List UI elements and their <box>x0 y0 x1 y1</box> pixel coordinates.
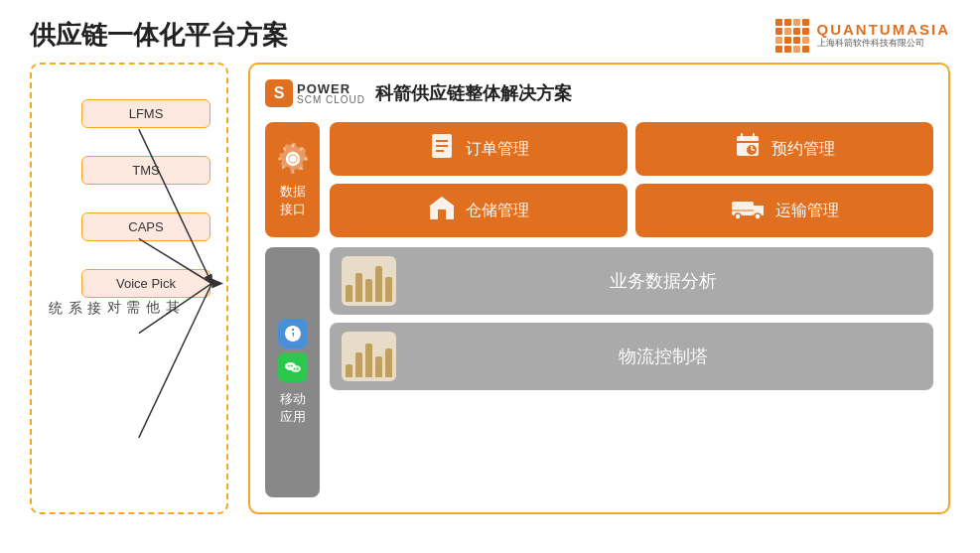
scm-power-label: POWER <box>297 82 365 95</box>
module-transport[interactable]: 运输管理 <box>635 184 933 237</box>
scm-title: 科箭供应链整体解决方案 <box>375 81 572 105</box>
svg-marker-4 <box>211 278 223 288</box>
data-interface-text: 数据接口 <box>280 183 306 218</box>
svg-point-21 <box>735 213 741 219</box>
module-analytics[interactable]: 业务数据分析 <box>330 247 933 315</box>
bar-chart-mini-2 <box>342 332 396 381</box>
gear-icon <box>275 141 311 177</box>
module-transport-label: 运输管理 <box>775 201 839 221</box>
svg-point-29 <box>293 368 295 370</box>
analytics-label: 业务数据分析 <box>404 269 921 293</box>
booking-icon <box>734 132 762 166</box>
app-icons: A <box>278 319 308 382</box>
logistics-thumbnail <box>342 332 396 381</box>
logo-text: QUANTUMASIA 上海科箭软件科技有限公司 <box>817 22 951 48</box>
logistics-label: 物流控制塔 <box>404 345 921 368</box>
svg-text:A: A <box>287 330 294 341</box>
scm-logo: S POWER SCM CLOUD <box>265 79 365 107</box>
system-item-lfms: LFMS <box>81 99 210 128</box>
bar-chart-mini <box>342 256 396 306</box>
page-title: 供应链一体化平台方案 <box>30 18 288 53</box>
svg-rect-18 <box>438 209 446 219</box>
page-header: 供应链一体化平台方案 QUANTUMASIA 上海科箭软件科技有限公司 <box>0 0 980 63</box>
data-interface-label: 数据接口 <box>265 122 320 237</box>
mobile-app-text: 移动应用 <box>280 390 306 426</box>
bottom-modules-section: A 移动应用 <box>265 247 933 497</box>
module-warehouse[interactable]: 仓储管理 <box>330 184 628 237</box>
system-item-caps: CAPS <box>81 212 210 241</box>
main-content: 其他需对接系统 LFMS TMS CAPS Voice Pick <box>0 63 980 514</box>
right-panel: S POWER SCM CLOUD 科箭供应链整体解决方案 数据接口 <box>248 63 950 514</box>
system-list: LFMS TMS CAPS Voice Pick <box>81 99 210 298</box>
mobile-app-label: A 移动应用 <box>265 247 320 497</box>
system-item-voice-pick: Voice Pick <box>81 269 210 298</box>
svg-rect-19 <box>732 202 754 215</box>
logo-name: QUANTUMASIA <box>817 22 951 39</box>
modules-grid: 订单管理 预约管理 <box>330 122 933 237</box>
bottom-modules-grid: 业务数据分析 物流控制塔 <box>330 247 933 497</box>
order-icon <box>428 132 456 166</box>
svg-point-28 <box>291 365 293 367</box>
company-logo: QUANTUMASIA 上海科箭软件科技有限公司 <box>775 19 951 53</box>
scm-brand-text: POWER SCM CLOUD <box>297 82 365 105</box>
svg-point-27 <box>288 365 290 367</box>
module-booking-label: 预约管理 <box>771 139 835 160</box>
module-order-label: 订单管理 <box>466 139 529 160</box>
module-booking[interactable]: 预约管理 <box>635 122 933 176</box>
appstore-icon: A <box>278 319 308 348</box>
transport-icon <box>730 194 766 227</box>
logo-grid-icon <box>775 19 809 53</box>
system-item-tms: TMS <box>81 156 210 185</box>
right-panel-header: S POWER SCM CLOUD 科箭供应链整体解决方案 <box>265 79 933 107</box>
module-order[interactable]: 订单管理 <box>330 122 628 176</box>
svg-point-22 <box>755 213 761 219</box>
analytics-thumbnail <box>342 256 396 306</box>
svg-point-5 <box>289 155 296 162</box>
logo-subtitle: 上海科箭软件科技有限公司 <box>817 39 951 49</box>
wechat-icon <box>278 352 308 382</box>
module-warehouse-label: 仓储管理 <box>466 201 529 221</box>
module-logistics[interactable]: 物流控制塔 <box>330 323 933 390</box>
svg-point-30 <box>296 368 298 370</box>
scm-cloud-label: SCM CLOUD <box>297 95 365 105</box>
svg-line-3 <box>139 283 212 437</box>
warehouse-icon <box>428 194 456 227</box>
scm-brand-icon: S <box>265 79 293 107</box>
top-modules-section: 数据接口 订单管理 <box>265 122 933 237</box>
left-panel: 其他需对接系统 LFMS TMS CAPS Voice Pick <box>30 63 228 514</box>
